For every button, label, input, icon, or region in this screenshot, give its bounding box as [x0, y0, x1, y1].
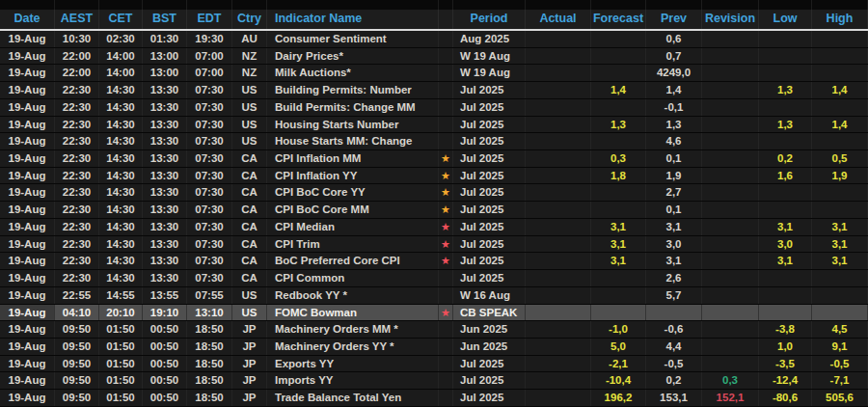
- column-header-edt[interactable]: EDT: [187, 10, 232, 29]
- cell-aest-time: 22:30: [55, 133, 99, 149]
- cell-aest-time: 09:50: [55, 390, 99, 406]
- table-row[interactable]: 19-Aug22:0014:0013:0007:00NZMilk Auction…: [0, 65, 868, 82]
- table-row[interactable]: 19-Aug22:3014:3013:3007:30USHousing Star…: [0, 117, 868, 134]
- cell-aest-time: 22:30: [55, 253, 99, 269]
- cell-cet-time: 14:30: [99, 270, 143, 286]
- cell-cet-time: 01:50: [99, 372, 143, 389]
- cell-bst-time: 19:10: [143, 305, 187, 321]
- cell-period: CB SPEAK: [453, 305, 526, 321]
- cell-aest-time: 22:30: [55, 99, 99, 116]
- table-row[interactable]: 19-Aug22:3014:3013:3007:30CABoC Preferre…: [0, 253, 868, 270]
- cell-revision: [702, 168, 759, 184]
- cell-high: [812, 184, 868, 201]
- cell-prev: 2,6: [646, 270, 702, 286]
- cell-bst-time: 00:50: [143, 390, 187, 406]
- table-row[interactable]: 19-Aug22:5514:5513:5507:55USRedbook YY *…: [0, 287, 868, 305]
- column-header-ctry[interactable]: Ctry: [232, 10, 267, 29]
- cell-country: CA: [232, 184, 267, 201]
- cell-indicator-name: Redbook YY *: [267, 287, 439, 304]
- column-header-prev[interactable]: Prev: [646, 10, 702, 29]
- cell-date: 19-Aug: [0, 305, 55, 321]
- cell-cet-time: 14:30: [99, 99, 143, 116]
- cell-high: [812, 305, 868, 321]
- cell-period: Aug 2025: [453, 31, 526, 47]
- cell-indicator-name: CPI Common: [267, 270, 439, 286]
- cell-actual: [526, 82, 591, 98]
- cell-country: US: [232, 133, 267, 149]
- cell-low: -80,6: [759, 390, 812, 406]
- cell-high: [812, 287, 868, 304]
- cell-prev: 153,1: [646, 390, 702, 406]
- cell-high: 1,9: [812, 168, 868, 184]
- priority-star-icon: [439, 372, 453, 389]
- cell-low: 3,0: [759, 236, 812, 253]
- table-row[interactable]: 19-Aug09:5001:5000:5018:50JPExports YYJu…: [0, 356, 868, 373]
- priority-star-icon: [439, 356, 453, 372]
- table-row[interactable]: 19-Aug04:1020:1019:1013:10USFOMC Bowman★…: [0, 305, 868, 322]
- cell-cet-time: 01:50: [99, 356, 143, 372]
- cell-indicator-name: CPI Trim: [267, 236, 439, 253]
- column-header-date[interactable]: Date: [0, 10, 55, 29]
- column-header-low[interactable]: Low: [759, 10, 812, 29]
- cell-high: 505,6: [812, 390, 868, 406]
- cell-cet-time: 14:30: [99, 219, 143, 235]
- cell-country: JP: [232, 321, 267, 338]
- cell-prev: -0,6: [646, 321, 702, 338]
- table-row[interactable]: 19-Aug22:3014:3013:3007:30CACPI BoC Core…: [0, 184, 868, 202]
- cell-cet-time: 01:50: [99, 321, 143, 338]
- cell-period: Jul 2025: [453, 236, 526, 253]
- table-row[interactable]: 19-Aug22:3014:3013:3007:30CACPI BoC Core…: [0, 202, 868, 219]
- column-header-bst[interactable]: BST: [143, 10, 187, 29]
- table-row[interactable]: 19-Aug09:5001:5000:5018:50JPMachinery Or…: [0, 321, 868, 339]
- table-row[interactable]: 19-Aug22:3014:3013:3007:30CACPI Inflatio…: [0, 150, 868, 168]
- cell-prev: 4,6: [646, 133, 702, 149]
- column-header-high[interactable]: High: [812, 10, 868, 29]
- cell-actual: [526, 168, 591, 184]
- priority-star-icon: [439, 321, 453, 338]
- cell-aest-time: 10:30: [55, 31, 99, 47]
- cell-revision: 152,1: [702, 390, 759, 406]
- column-header-indicator[interactable]: Indicator Name: [267, 10, 439, 29]
- cell-forecast: [591, 202, 646, 218]
- table-row[interactable]: 19-Aug22:3014:3013:3007:30CACPI Inflatio…: [0, 168, 868, 185]
- table-row[interactable]: 19-Aug10:3002:3001:3019:30AUConsumer Sen…: [0, 31, 868, 48]
- cell-revision: [702, 184, 759, 201]
- cell-country: CA: [232, 219, 267, 235]
- cell-edt-time: 07:30: [187, 184, 232, 201]
- table-row[interactable]: 19-Aug22:3014:3013:3007:30USBuild Permit…: [0, 99, 868, 117]
- column-header-actual[interactable]: Actual: [526, 10, 591, 29]
- table-row[interactable]: 19-Aug09:5001:5000:5018:50JPTrade Balanc…: [0, 390, 868, 407]
- cell-aest-time: 22:00: [55, 65, 99, 81]
- cell-low: -3,5: [759, 356, 812, 372]
- cell-actual: [526, 321, 591, 338]
- cell-actual: [526, 150, 591, 167]
- cell-low: [759, 184, 812, 201]
- cell-edt-time: 07:30: [187, 82, 232, 98]
- cell-low: [759, 48, 812, 65]
- column-header-aest[interactable]: AEST: [55, 10, 99, 29]
- cell-aest-time: 09:50: [55, 356, 99, 372]
- cell-high: 0,5: [812, 150, 868, 167]
- cell-forecast: -1,0: [591, 321, 646, 338]
- table-row[interactable]: 19-Aug22:3014:3013:3007:30CACPI CommonJu…: [0, 270, 868, 287]
- cell-high: [812, 133, 868, 149]
- cell-forecast: 3,1: [591, 236, 646, 253]
- column-header-revision[interactable]: Revision: [702, 10, 759, 29]
- cell-cet-time: 01:50: [99, 339, 143, 355]
- cell-actual: [526, 270, 591, 286]
- column-header-cet[interactable]: CET: [99, 10, 143, 29]
- table-row[interactable]: 19-Aug22:3014:3013:3007:30USHouse Starts…: [0, 133, 868, 150]
- column-header-forecast[interactable]: Forecast: [591, 10, 646, 29]
- cell-date: 19-Aug: [0, 372, 55, 389]
- table-row[interactable]: 19-Aug09:5001:5000:5018:50JPImports YYJu…: [0, 372, 868, 390]
- column-header-period[interactable]: Period: [453, 10, 526, 29]
- table-row[interactable]: 19-Aug22:3014:3013:3007:30USBuilding Per…: [0, 82, 868, 99]
- table-row[interactable]: 19-Aug09:5001:5000:5018:50JPMachinery Or…: [0, 339, 868, 356]
- table-row[interactable]: 19-Aug22:0014:0013:0007:00NZDairy Prices…: [0, 48, 868, 66]
- cell-aest-time: 22:30: [55, 270, 99, 286]
- table-row[interactable]: 19-Aug22:3014:3013:3007:30CACPI Median★J…: [0, 219, 868, 236]
- cell-revision: [702, 236, 759, 253]
- table-row[interactable]: 19-Aug22:3014:3013:3007:30CACPI Trim★Jul…: [0, 236, 868, 254]
- priority-star-icon: [439, 390, 453, 406]
- cell-forecast: [591, 270, 646, 286]
